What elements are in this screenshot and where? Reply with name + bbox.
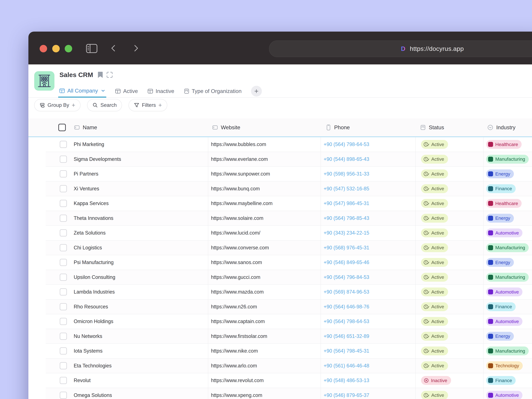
table-row[interactable]: Revolut https://www.revolut.com +90 (548… xyxy=(46,373,532,388)
tab-inactive[interactable]: Inactive xyxy=(146,85,175,97)
status-icon xyxy=(423,141,430,147)
status-badge: Active xyxy=(421,317,448,326)
company-name: Omicron Holdings xyxy=(74,318,113,324)
table-row[interactable]: Upsilon Consulting https://www.gucci.com… xyxy=(46,270,532,285)
company-phone-link[interactable]: +90 (564) 796-85-43 xyxy=(324,215,369,221)
row-checkbox[interactable] xyxy=(60,259,67,266)
zoom-window-button[interactable] xyxy=(65,45,72,52)
status-icon xyxy=(423,245,430,251)
company-phone-link[interactable]: +90 (343) 234-22-15 xyxy=(324,230,369,236)
row-checkbox[interactable] xyxy=(60,229,67,236)
industry-badge: Finance xyxy=(486,376,516,385)
table-row[interactable]: Theta Innovations https://www.solaire.co… xyxy=(46,211,532,226)
close-window-button[interactable] xyxy=(40,45,47,52)
row-checkbox[interactable] xyxy=(60,141,67,148)
table-body: Phi Marketing https://www.bubbles.com +9… xyxy=(28,137,532,399)
company-phone-link[interactable]: +90 (564) 796-84-53 xyxy=(324,274,369,280)
company-phone-link[interactable]: +90 (569) 874-96-53 xyxy=(324,289,369,295)
company-phone-link[interactable]: +90 (548) 486-53-13 xyxy=(324,378,369,383)
table-row[interactable]: Rho Resources https://www.n26.com +90 (5… xyxy=(46,299,532,314)
row-checkbox[interactable] xyxy=(60,170,67,177)
status-label: Active xyxy=(431,201,444,206)
tab-all-company[interactable]: All Company xyxy=(58,85,106,98)
company-phone-link[interactable]: +90 (546) 849-65-46 xyxy=(324,260,369,265)
table-row[interactable]: Chi Logistics https://www.converse.com +… xyxy=(46,241,532,255)
address-bar[interactable]: D https://docyrus.app xyxy=(269,40,532,57)
row-checkbox[interactable] xyxy=(60,318,67,325)
row-checkbox[interactable] xyxy=(60,244,67,251)
toolbar: Group By + Search Filters + xyxy=(28,99,167,111)
industry-badge: Manufacturing xyxy=(486,273,529,282)
industry-label: Energy xyxy=(495,334,510,339)
tab-active[interactable]: Active xyxy=(114,85,139,97)
column-header-name[interactable]: Name xyxy=(83,124,97,131)
add-view-button[interactable]: + xyxy=(251,86,262,97)
company-phone-link[interactable]: +90 (547) 532-16-85 xyxy=(324,186,369,192)
company-phone-link[interactable]: +90 (564) 798-64-53 xyxy=(324,318,369,324)
table-row[interactable]: Pi Partners https://www.sunpower.com +90… xyxy=(46,167,532,182)
row-checkbox[interactable] xyxy=(60,347,67,355)
table-row[interactable]: Psi Manufacturing https://www.sanos.com … xyxy=(46,255,532,270)
column-header-website[interactable]: Website xyxy=(221,124,240,131)
company-phone-link[interactable]: +90 (561) 646-46-48 xyxy=(324,363,369,369)
filters-button[interactable]: Filters + xyxy=(129,99,167,111)
table-row[interactable]: Xi Ventures https://www.bunq.com +90 (54… xyxy=(46,182,532,196)
company-phone-link[interactable]: +90 (564) 798-64-53 xyxy=(324,141,369,147)
row-checkbox[interactable] xyxy=(60,156,67,163)
back-icon[interactable] xyxy=(110,44,117,53)
company-phone-link[interactable]: +90 (544) 898-65-43 xyxy=(324,156,369,162)
company-phone-link[interactable]: +90 (547) 986-45-31 xyxy=(324,201,369,206)
sidebar-toggle-icon[interactable] xyxy=(86,44,98,54)
select-all-checkbox[interactable] xyxy=(58,124,66,131)
group-by-icon xyxy=(39,102,45,108)
company-name: Revolut xyxy=(74,378,91,383)
company-phone-link[interactable]: +90 (564) 798-45-31 xyxy=(324,348,369,354)
row-checkbox[interactable] xyxy=(60,377,67,384)
row-checkbox[interactable] xyxy=(60,303,67,310)
company-phone-link[interactable]: +90 (546) 651-32-89 xyxy=(324,333,369,339)
row-checkbox[interactable] xyxy=(60,185,67,192)
company-phone-link[interactable]: +90 (546) 879-65-37 xyxy=(324,392,369,398)
group-by-button[interactable]: Group By + xyxy=(34,99,81,111)
company-website: https://www.xpeng.com xyxy=(211,392,262,398)
table-row[interactable]: Omega Solutions https://www.xpeng.com +9… xyxy=(46,388,532,399)
column-header-phone[interactable]: Phone xyxy=(334,124,350,131)
industry-color-chip xyxy=(488,216,493,221)
industry-badge: Energy xyxy=(486,332,514,341)
table-row[interactable]: Lambda Industries https://www.mazda.com … xyxy=(46,285,532,299)
company-phone-link[interactable]: +90 (568) 976-45-31 xyxy=(324,245,369,251)
bookmark-icon[interactable] xyxy=(98,71,103,78)
row-checkbox[interactable] xyxy=(60,392,67,399)
company-name: Pi Partners xyxy=(74,171,98,177)
row-checkbox[interactable] xyxy=(60,362,67,369)
company-phone-link[interactable]: +90 (598) 956-31-33 xyxy=(324,171,369,177)
table-row[interactable]: Phi Marketing https://www.bubbles.com +9… xyxy=(46,137,532,152)
fullscreen-icon[interactable] xyxy=(106,72,113,78)
industry-badge: Finance xyxy=(486,302,516,311)
industry-color-chip xyxy=(488,275,493,280)
column-header-status[interactable]: Status xyxy=(429,124,444,131)
forward-icon[interactable] xyxy=(133,44,139,53)
tab-type-of-organization[interactable]: Type of Organization xyxy=(183,85,242,97)
status-label: Active xyxy=(431,260,444,265)
search-button[interactable]: Search xyxy=(87,99,122,111)
company-name: Psi Manufacturing xyxy=(74,260,114,265)
row-checkbox[interactable] xyxy=(60,274,67,281)
table-row[interactable]: Zeta Solutions https://www.lucid.com/ +9… xyxy=(46,226,532,241)
row-checkbox[interactable] xyxy=(60,200,67,207)
table-row[interactable]: Omicron Holdings https://www.captain.com… xyxy=(46,314,532,329)
row-checkbox[interactable] xyxy=(60,333,67,340)
table-row[interactable]: Iota Systems https://www.nike.com +90 (5… xyxy=(46,344,532,359)
company-phone-link[interactable]: +90 (564) 646-98-76 xyxy=(324,304,369,310)
table-row[interactable]: Nu Networks https://www.firstsolar.com +… xyxy=(46,329,532,344)
name-column-icon xyxy=(74,125,80,130)
table-row[interactable]: Sigma Developments https://www.everlane.… xyxy=(46,152,532,167)
status-badge: Active xyxy=(421,258,448,267)
row-checkbox[interactable] xyxy=(60,288,67,296)
minimize-window-button[interactable] xyxy=(52,45,60,52)
row-checkbox[interactable] xyxy=(60,215,67,222)
table-row[interactable]: Kappa Services https://www.maybelline.co… xyxy=(46,196,532,211)
chevron-down-icon xyxy=(101,89,105,93)
column-header-industry[interactable]: Industry xyxy=(496,124,515,131)
table-row[interactable]: Eta Technologies https://www.arlo.com +9… xyxy=(46,359,532,373)
